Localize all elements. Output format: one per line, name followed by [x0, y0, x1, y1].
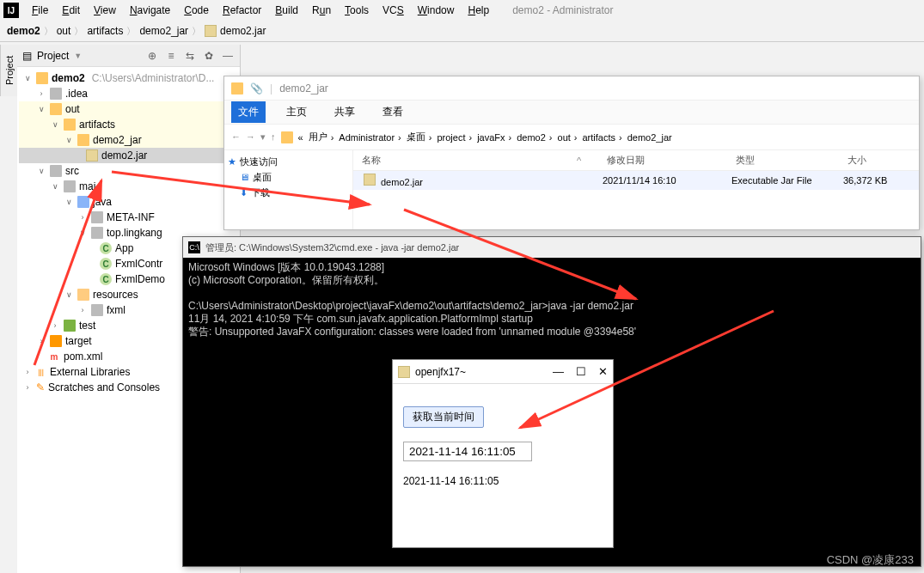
download-icon: ⬇ — [240, 187, 248, 198]
path-desktop: 桌面› — [407, 131, 432, 143]
time-label: 2021-11-14 16:11:05 — [403, 475, 603, 487]
folder-icon — [91, 304, 103, 316]
folder-icon — [281, 131, 293, 143]
cmd-titlebar[interactable]: C:\ 管理员: C:\Windows\System32\cmd.exe - j… — [183, 237, 921, 258]
tree-src[interactable]: src — [65, 165, 79, 177]
menu-file[interactable]: File — [26, 3, 54, 18]
tree-extlib[interactable]: External Libraries — [50, 366, 130, 378]
side-download[interactable]: 下载 — [251, 186, 270, 199]
tree-root[interactable]: demo2 — [52, 72, 85, 84]
tree-mai[interactable]: mai — [79, 180, 95, 192]
nav-down-icon[interactable]: ▾ — [260, 131, 266, 143]
menu-run[interactable]: Run — [306, 3, 337, 18]
crumb-jarfile[interactable]: demo2.jar — [220, 25, 266, 37]
col-type[interactable]: 类型 — [736, 154, 848, 167]
close-icon[interactable]: ✕ — [598, 365, 608, 378]
time-input[interactable] — [403, 442, 532, 461]
menu-help[interactable]: Help — [462, 3, 495, 18]
tree-target[interactable]: target — [65, 335, 92, 347]
menu-build[interactable]: Build — [269, 3, 304, 18]
folder-icon — [64, 180, 76, 192]
folder-icon — [77, 289, 89, 301]
menu-tools[interactable]: Tools — [339, 3, 375, 18]
java-icon — [398, 366, 410, 378]
tree-fxmldemo[interactable]: FxmlDemo — [115, 273, 165, 285]
crumb-root[interactable]: demo2 — [7, 25, 40, 37]
col-date[interactable]: 修改日期 — [607, 154, 736, 167]
tree-java[interactable]: java — [93, 196, 112, 208]
scratches-icon: ✎ — [36, 381, 45, 393]
path-admin: Administrator› — [339, 132, 401, 143]
cmd-output[interactable]: Microsoft Windows [版本 10.0.19043.1288] (… — [183, 258, 921, 342]
tree-app[interactable]: App — [115, 242, 133, 254]
crumb-demo2jar-dir[interactable]: demo2_jar — [139, 25, 188, 37]
menu-view[interactable]: View — [88, 3, 122, 18]
folder-icon — [231, 82, 243, 94]
get-time-button[interactable]: 获取当前时间 — [403, 406, 484, 428]
maximize-icon[interactable]: ☐ — [576, 365, 586, 378]
crumb-out[interactable]: out — [57, 25, 71, 37]
nav-fwd-icon[interactable]: → — [246, 131, 255, 143]
select-opened-icon[interactable]: ⊕ — [145, 49, 159, 63]
collapse-all-icon[interactable]: ⇆ — [183, 49, 197, 63]
expand-all-icon[interactable]: ≡ — [164, 49, 178, 63]
tree-resources[interactable]: resources — [93, 289, 138, 301]
folder-icon — [50, 335, 62, 347]
tree-pom[interactable]: pom.xml — [64, 351, 102, 363]
folder-icon — [77, 196, 89, 208]
tab-share[interactable]: 共享 — [327, 101, 362, 123]
tree-demo2jar-file[interactable]: demo2.jar — [101, 149, 147, 162]
class-icon: C — [100, 273, 112, 285]
gear-icon[interactable]: ✿ — [202, 49, 216, 63]
javafx-titlebar[interactable]: openjfx17~ — ☐ ✕ — [393, 360, 613, 384]
tab-file[interactable]: 文件 — [231, 101, 266, 123]
tree-fxmlcontr[interactable]: FxmlContr — [115, 258, 162, 270]
pin-icon[interactable]: 📎 — [250, 82, 263, 94]
path-artifacts: artifacts› — [583, 132, 622, 143]
ide-title: demo2 - Administrator — [512, 4, 613, 16]
ide-menubar: IJ File Edit View Navigate Code Refactor… — [0, 0, 924, 21]
menu-edit[interactable]: Edit — [56, 3, 86, 18]
tree-toplingkang[interactable]: top.lingkang — [107, 227, 162, 239]
tab-home[interactable]: 主页 — [279, 101, 314, 123]
menu-code[interactable]: Code — [178, 3, 215, 18]
hide-icon[interactable]: — — [221, 49, 235, 63]
explorer-ribbon-tabs: 文件 主页 共享 查看 — [224, 101, 919, 125]
path-project: project› — [437, 132, 472, 143]
menu-window[interactable]: Window — [412, 3, 461, 18]
file-size: 36,372 KB — [843, 175, 912, 186]
folder-icon — [64, 320, 76, 332]
project-dropdown-label[interactable]: Project — [37, 50, 69, 62]
tree-scratches[interactable]: Scratches and Consoles — [48, 381, 160, 393]
col-name[interactable]: 名称 — [353, 154, 577, 167]
explorer-sidebar: ★快速访问 🖥桌面 ⬇下载 — [224, 150, 353, 229]
jar-icon — [86, 149, 98, 162]
side-quick[interactable]: 快速访问 — [240, 155, 278, 168]
tree-metainf[interactable]: META-INF — [107, 211, 155, 223]
tree-artifacts[interactable]: artifacts — [79, 119, 115, 131]
tree-test[interactable]: test — [79, 320, 95, 332]
file-row[interactable]: demo2.jar 2021/11/14 16:10 Executable Ja… — [353, 171, 919, 190]
tree-out[interactable]: out — [65, 103, 80, 115]
explorer-window: 📎 | demo2_jar 文件 主页 共享 查看 ←→▾↑ « 用户› Adm… — [223, 76, 920, 230]
sidebar-tab-project[interactable]: Project — [0, 45, 17, 96]
class-icon: C — [100, 258, 112, 270]
tree-fxml[interactable]: fxml — [107, 304, 125, 316]
tree-idea[interactable]: .idea — [65, 88, 88, 100]
minimize-icon[interactable]: — — [553, 365, 564, 378]
explorer-titlebar[interactable]: 📎 | demo2_jar — [224, 76, 919, 101]
crumb-artifacts[interactable]: artifacts — [87, 25, 123, 37]
tree-demo2jar-dir[interactable]: demo2_jar — [93, 134, 142, 146]
menu-vcs[interactable]: VCS — [376, 3, 410, 18]
path-javafx: javaFx› — [477, 132, 511, 143]
ide-logo: IJ — [3, 3, 19, 18]
nav-up-icon[interactable]: ↑ — [271, 131, 276, 143]
folder-icon — [36, 72, 48, 84]
nav-back-icon[interactable]: ← — [231, 131, 241, 143]
col-size[interactable]: 大小 — [848, 154, 916, 167]
project-dropdown-icon[interactable]: ▤ — [22, 50, 32, 62]
tab-view[interactable]: 查看 — [376, 101, 410, 123]
side-desktop[interactable]: 桌面 — [253, 171, 272, 184]
menu-refactor[interactable]: Refactor — [217, 3, 267, 18]
menu-navigate[interactable]: Navigate — [124, 3, 176, 18]
